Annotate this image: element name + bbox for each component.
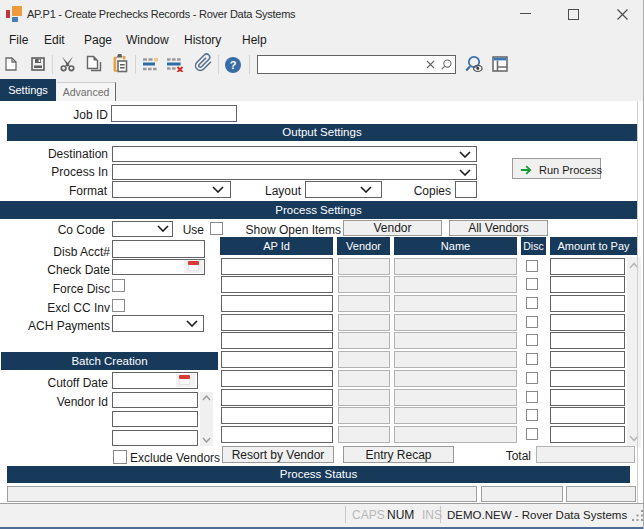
svg-text:?: ? <box>230 59 237 71</box>
